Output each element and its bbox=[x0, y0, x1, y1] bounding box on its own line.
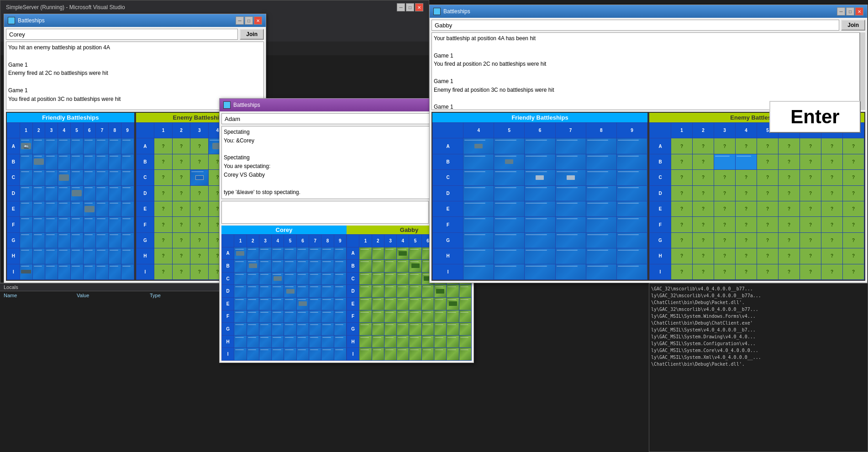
adam-corey-i4[interactable] bbox=[272, 348, 284, 361]
adam-gabby-h3[interactable] bbox=[384, 335, 396, 348]
adam-corey-a4[interactable] bbox=[272, 247, 284, 260]
adam-gabby-e1[interactable] bbox=[359, 297, 372, 310]
gabby-f-h7[interactable] bbox=[555, 248, 586, 264]
adam-corey-h5[interactable] bbox=[284, 335, 296, 348]
gabby-e-a8[interactable]: ? bbox=[821, 138, 843, 154]
gabby-f-g5[interactable] bbox=[494, 232, 525, 248]
gabby-f-h5[interactable] bbox=[494, 248, 525, 264]
corey-cell-h7[interactable] bbox=[96, 248, 109, 264]
gabby-e-c5[interactable]: ? bbox=[757, 170, 779, 185]
gabby-e-e9[interactable]: ? bbox=[843, 201, 864, 216]
gabby-e-g4[interactable]: ? bbox=[736, 232, 757, 248]
gabby-f-f4[interactable] bbox=[463, 217, 494, 232]
gabby-f-i5[interactable] bbox=[494, 264, 525, 279]
corey-cell-a6[interactable] bbox=[83, 138, 96, 154]
corey-cell-e8[interactable] bbox=[109, 201, 121, 216]
adam-corey-c6[interactable] bbox=[296, 272, 309, 285]
gabby-e-g6[interactable]: ? bbox=[779, 232, 800, 248]
corey-cell-e5[interactable] bbox=[70, 201, 83, 216]
adam-gabby-h4[interactable] bbox=[397, 335, 409, 348]
gabby-f-b8[interactable] bbox=[586, 154, 616, 169]
corey-enemy-f1[interactable]: ? bbox=[154, 217, 173, 232]
adam-gabby-c4[interactable] bbox=[397, 272, 409, 285]
gabby-e-d6[interactable]: ? bbox=[779, 185, 800, 201]
adam-gabby-g6[interactable] bbox=[421, 323, 434, 336]
gabby-e-b7[interactable]: ? bbox=[800, 154, 821, 169]
gabby-close-btn[interactable]: ✕ bbox=[855, 7, 863, 16]
gabby-f-e6[interactable] bbox=[525, 201, 555, 216]
adam-gabby-h2[interactable] bbox=[372, 335, 384, 348]
corey-cell-g5[interactable] bbox=[70, 232, 83, 248]
corey-cell-g4[interactable] bbox=[58, 232, 71, 248]
adam-corey-f8[interactable] bbox=[321, 310, 334, 323]
gabby-f-d6[interactable] bbox=[525, 185, 555, 201]
adam-corey-d3[interactable] bbox=[259, 285, 271, 298]
gabby-e-i2[interactable]: ? bbox=[693, 264, 714, 279]
gabby-f-i6[interactable] bbox=[525, 264, 555, 279]
corey-cell-b5[interactable] bbox=[70, 154, 83, 169]
gabby-f-b6[interactable] bbox=[525, 154, 555, 169]
gabby-e-g5[interactable]: ? bbox=[757, 232, 779, 248]
adam-gabby-g3[interactable] bbox=[384, 323, 396, 336]
adam-gabby-e7[interactable] bbox=[434, 297, 447, 310]
gabby-f-d9[interactable] bbox=[616, 185, 647, 201]
adam-corey-e2[interactable] bbox=[247, 297, 259, 310]
corey-enemy-b2[interactable]: ? bbox=[172, 154, 190, 169]
corey-cell-c8[interactable] bbox=[109, 170, 121, 185]
adam-gabby-f4[interactable] bbox=[397, 310, 409, 323]
corey-cell-f5[interactable] bbox=[70, 217, 83, 232]
corey-enemy-c2[interactable]: ? bbox=[172, 170, 190, 185]
corey-cell-g2[interactable] bbox=[32, 232, 45, 248]
gabby-f-a6[interactable] bbox=[525, 138, 555, 154]
adam-gabby-i2[interactable] bbox=[372, 348, 384, 361]
adam-corey-a8[interactable] bbox=[321, 247, 334, 260]
gabby-e-d3[interactable]: ? bbox=[714, 185, 736, 201]
gabby-e-b4[interactable] bbox=[736, 154, 757, 169]
corey-cell-b4[interactable] bbox=[58, 154, 71, 169]
adam-corey-e7[interactable] bbox=[309, 297, 321, 310]
gabby-e-b2[interactable]: ? bbox=[693, 154, 714, 169]
adam-gabby-f2[interactable] bbox=[372, 310, 384, 323]
corey-enemy-i3[interactable]: ? bbox=[190, 264, 209, 279]
corey-cell-e4[interactable] bbox=[58, 201, 71, 216]
adam-corey-e4[interactable] bbox=[272, 297, 284, 310]
adam-corey-c1[interactable] bbox=[234, 272, 247, 285]
adam-corey-d9[interactable] bbox=[334, 285, 346, 298]
adam-corey-d6[interactable] bbox=[296, 285, 309, 298]
gabby-e-b9[interactable]: ? bbox=[843, 154, 864, 169]
gabby-e-i9[interactable]: ? bbox=[843, 264, 864, 279]
adam-text-input[interactable] bbox=[221, 201, 429, 224]
adam-corey-c8[interactable] bbox=[321, 272, 334, 285]
corey-cell-f7[interactable] bbox=[96, 217, 109, 232]
corey-enemy-h3[interactable]: ? bbox=[190, 248, 209, 264]
adam-gabby-a1[interactable] bbox=[359, 247, 372, 260]
corey-enemy-f2[interactable]: ? bbox=[172, 217, 190, 232]
adam-gabby-i1[interactable] bbox=[359, 348, 372, 361]
gabby-e-e2[interactable]: ? bbox=[693, 201, 714, 216]
adam-corey-g3[interactable] bbox=[259, 323, 271, 336]
adam-gabby-g8[interactable] bbox=[447, 323, 459, 336]
corey-cell-f1[interactable] bbox=[20, 217, 32, 232]
adam-corey-c2[interactable] bbox=[247, 272, 259, 285]
adam-corey-i5[interactable] bbox=[284, 348, 296, 361]
gabby-e-h5[interactable]: ? bbox=[757, 248, 779, 264]
corey-cell-d9[interactable] bbox=[121, 185, 134, 201]
gabby-e-e7[interactable]: ? bbox=[800, 201, 821, 216]
adam-gabby-i5[interactable] bbox=[409, 348, 421, 361]
gabby-f-d8[interactable] bbox=[586, 185, 616, 201]
corey-enemy-e3[interactable]: ? bbox=[190, 201, 209, 216]
adam-gabby-d1[interactable] bbox=[359, 285, 372, 298]
corey-cell-b9[interactable] bbox=[121, 154, 134, 169]
gabby-e-h8[interactable]: ? bbox=[821, 248, 843, 264]
gabby-e-e6[interactable]: ? bbox=[779, 201, 800, 216]
corey-cell-d1[interactable] bbox=[20, 185, 32, 201]
corey-cell-b1[interactable] bbox=[20, 154, 32, 169]
gabby-e-i7[interactable]: ? bbox=[800, 264, 821, 279]
corey-cell-c2[interactable] bbox=[32, 170, 45, 185]
adam-corey-f6[interactable] bbox=[296, 310, 309, 323]
gabby-e-c6[interactable]: ? bbox=[779, 170, 800, 185]
adam-corey-e3[interactable] bbox=[259, 297, 271, 310]
adam-corey-i6[interactable] bbox=[296, 348, 309, 361]
adam-corey-g2[interactable] bbox=[247, 323, 259, 336]
gabby-f-g7[interactable] bbox=[555, 232, 586, 248]
